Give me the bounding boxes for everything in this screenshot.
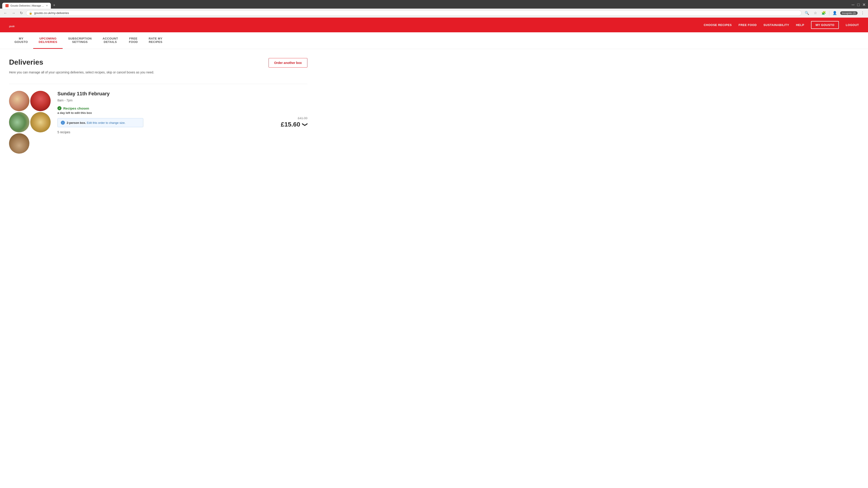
recipes-chosen-label: Recipes chosen — [63, 106, 89, 110]
profile-button[interactable]: 👤 — [831, 10, 838, 16]
nav-help[interactable]: HELP — [796, 23, 804, 27]
header-text: Deliveries Here you can manage all of yo… — [9, 58, 154, 75]
box-info-text: 2-person box. Edit this order to change … — [67, 121, 125, 125]
site-header: gousto CHOOSE RECIPES FREE FOOD SUSTAINA… — [0, 18, 868, 32]
delivery-price: £41.99 £15.60 ❯ — [274, 91, 307, 154]
page-description: Here you can manage all of your upcoming… — [9, 70, 154, 75]
back-button[interactable]: ← — [2, 10, 8, 16]
recipe-image-2 — [30, 91, 51, 111]
close-window-button[interactable]: ✕ — [862, 2, 866, 7]
browser-toolbar: ← → ↻ 🔒 gousto.co.uk/my-deliveries 🔍 ☆ 🧩… — [0, 8, 868, 18]
edit-time-notice: a day left to edit this box — [57, 111, 267, 115]
bookmark-button[interactable]: ☆ — [812, 10, 818, 16]
subnav-free-food[interactable]: FREEFOOD — [123, 32, 143, 49]
reload-button[interactable]: ↻ — [19, 10, 24, 16]
address-bar[interactable]: 🔒 gousto.co.uk/my-deliveries — [26, 10, 802, 16]
delivery-card: Sunday 11th February 8am - 7pm ✓ Recipes… — [9, 84, 307, 160]
delivery-date: Sunday 11th February — [57, 91, 267, 97]
subnav-upcoming-deliveries[interactable]: UPCOMINGDELIVERIES — [33, 32, 63, 49]
delivery-time: 8am - 7pm — [57, 98, 267, 102]
incognito-badge: Incognito (2) — [840, 11, 858, 15]
nav-choose-recipes[interactable]: CHOOSE RECIPES — [704, 23, 732, 27]
extensions-button[interactable]: 🧩 — [820, 10, 827, 16]
url-text: gousto.co.uk/my-deliveries — [34, 11, 799, 15]
edit-order-link[interactable]: Edit this order to change size. — [87, 121, 125, 125]
page-header-row: Deliveries Here you can manage all of yo… — [9, 58, 307, 75]
subnav-my-gousto[interactable]: MYGOUSTO — [9, 32, 33, 49]
browser-chrome: Gousto Deliveries | Manage Al... × + ─ □… — [0, 0, 868, 8]
expand-delivery-button[interactable]: ❯ — [302, 122, 308, 127]
my-gousto-button[interactable]: MY GOUSTO — [811, 21, 839, 29]
order-another-box-button[interactable]: Order another box — [269, 58, 307, 68]
minimize-button[interactable]: ─ — [851, 2, 855, 7]
maximize-button[interactable]: □ — [857, 2, 860, 7]
current-price: £15.60 — [281, 121, 300, 128]
main-content: Deliveries Here you can manage all of yo… — [0, 49, 316, 169]
recipe-images-grid — [9, 91, 51, 154]
close-tab-button[interactable]: × — [46, 4, 48, 7]
recipe-image-1 — [9, 91, 29, 111]
menu-button[interactable]: ⋮ — [860, 10, 866, 16]
main-nav: CHOOSE RECIPES FREE FOOD SUSTAINABILITY … — [704, 21, 859, 29]
forward-button[interactable]: → — [10, 10, 17, 16]
original-price: £41.99 — [298, 116, 307, 120]
recipe-image-5 — [9, 133, 29, 154]
subnav-account-details[interactable]: ACCOUNTDETAILS — [97, 32, 124, 49]
subnav-subscription-settings[interactable]: SUBSCRIPTIONSETTINGS — [63, 32, 97, 49]
browser-actions: 🔍 ☆ 🧩 👤 Incognito (2) ⋮ — [803, 10, 866, 16]
price-row: £15.60 ❯ — [281, 121, 307, 128]
recipes-count: 5 recipes — [57, 130, 267, 134]
search-button[interactable]: 🔍 — [803, 10, 811, 16]
box-size-label: 2-person box. — [67, 121, 86, 125]
page-title: Deliveries — [9, 58, 154, 66]
active-tab[interactable]: Gousto Deliveries | Manage Al... × — [2, 3, 51, 8]
check-circle-icon: ✓ — [57, 106, 61, 110]
gousto-logo[interactable]: gousto — [9, 22, 14, 29]
logout-button[interactable]: LOGOUT — [846, 23, 859, 27]
tab-title: Gousto Deliveries | Manage Al... — [10, 4, 44, 7]
info-icon: i — [61, 121, 65, 125]
box-info: i 2-person box. Edit this order to chang… — [57, 118, 143, 127]
new-tab-button[interactable]: + — [51, 2, 57, 8]
delivery-info: Sunday 11th February 8am - 7pm ✓ Recipes… — [57, 91, 267, 154]
nav-sustainability[interactable]: SUSTAINABILITY — [764, 23, 789, 27]
tab-favicon — [5, 4, 8, 7]
recipe-image-4 — [30, 112, 51, 132]
nav-free-food[interactable]: FREE FOOD — [739, 23, 756, 27]
recipe-image-3 — [9, 112, 29, 132]
sub-nav: MYGOUSTO UPCOMINGDELIVERIES SUBSCRIPTION… — [0, 32, 868, 49]
subnav-rate-my-recipes[interactable]: RATE MYRECIPES — [143, 32, 168, 49]
lock-icon: 🔒 — [29, 11, 32, 15]
recipes-chosen-status: ✓ Recipes chosen — [57, 106, 267, 110]
